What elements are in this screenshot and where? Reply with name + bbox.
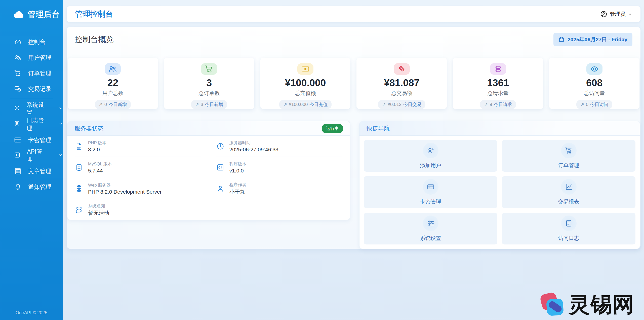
brand: 管理后台: [0, 0, 63, 20]
stat-trend-badge: ↗ 3 今日新增: [191, 100, 227, 109]
stat-trend-badge: ↗ ¥100.000 今日充值: [279, 100, 332, 109]
users-icon: [14, 54, 22, 61]
server-row-mysql: MySQL 版本 5.7.44: [75, 157, 201, 178]
sidebar-item-articles[interactable]: 文章管理: [0, 163, 63, 179]
quick-nav-orders[interactable]: 订单管理: [502, 140, 635, 172]
graph-up-icon: [561, 179, 577, 195]
logs-journal-icon: [14, 121, 20, 128]
chevron-down-icon: [59, 106, 63, 112]
transactions-icon: [14, 85, 22, 93]
date-badge: 2025年06月27日 - Friday: [553, 33, 632, 46]
quick-nav-header: 快捷导航: [359, 121, 640, 136]
user-name: 管理员: [610, 11, 626, 18]
overview-title: 控制台概览: [75, 34, 114, 45]
sidebar-item-card-keys[interactable]: 卡密管理: [0, 132, 63, 148]
chevron-down-icon: [59, 122, 63, 127]
server-row-author: 程序作者 小于丸: [216, 178, 343, 199]
stat-trend-badge: ↗ 9 今日请求: [480, 100, 516, 109]
quick-nav-add-user[interactable]: 添加用户: [364, 140, 497, 172]
status-badge: 运行中: [322, 124, 343, 133]
stat-trend-badge: ↗ ¥0.012 今日交易: [378, 100, 425, 109]
quick-nav-settings[interactable]: 系统设置: [364, 213, 497, 244]
panels-row: 服务器状态 运行中 PHP PHP 版本 8.2.0: [67, 121, 640, 249]
sidebar: 管理后台 控制台 用户管理 订单管理 交易记录: [0, 0, 63, 320]
stat-card-visits: 608 总访问量 ↗ 0 今日访问: [549, 58, 639, 109]
sidebar-item-logs[interactable]: 日志管理: [0, 117, 63, 132]
journal-text-icon: [561, 216, 577, 231]
stat-value: 3: [206, 78, 212, 88]
eye-icon: [586, 63, 602, 75]
dashboard-content: 控制台概览 2025年06月27日 - Friday 22 用户总数 ↗ 0 今…: [67, 27, 640, 249]
stat-card-users: 22 用户总数 ↗ 0 今日新增: [68, 58, 158, 109]
stat-value: 1361: [487, 78, 509, 88]
sidebar-item-settings[interactable]: 系统设置: [0, 101, 63, 117]
quick-nav-title: 快捷导航: [367, 125, 390, 132]
coins-icon: ¢$: [394, 63, 410, 75]
stat-value: ¥100.000: [285, 78, 326, 88]
cart-icon: [201, 63, 217, 75]
articles-icon: [14, 167, 22, 175]
stat-label: 总订单数: [198, 90, 220, 97]
sidebar-item-transactions[interactable]: 交易记录: [0, 81, 63, 97]
quick-nav-panel: 快捷导航 添加用户 订单管理: [359, 121, 640, 249]
svg-text:PHP: PHP: [77, 147, 81, 149]
watermark: 灵锡网: [541, 292, 634, 316]
user-avatar-icon: [600, 11, 607, 18]
calendar-icon: [558, 37, 565, 43]
person-icon: [216, 185, 224, 193]
php-file-icon: PHP: [75, 142, 83, 150]
stat-label: 总访问量: [584, 90, 605, 97]
quick-nav-access-logs[interactable]: 访问日志: [502, 213, 635, 244]
orders-cart-icon: [14, 69, 22, 77]
sidebar-item-notifications[interactable]: 通知管理: [0, 179, 63, 195]
server-row-php: PHP PHP 版本 8.2.0: [75, 136, 201, 157]
overview-header: 控制台概览 2025年06月27日 - Friday: [67, 27, 640, 52]
chevron-down-icon: [58, 153, 63, 158]
api-code-icon: [14, 152, 20, 159]
server-status-header: 服务器状态 运行中: [67, 121, 350, 136]
caret-down-icon: [628, 12, 632, 16]
sidebar-item-users[interactable]: 用户管理: [0, 50, 63, 65]
sidebar-footer: OneAPI © 2025: [0, 306, 63, 320]
server-row-webserver: Web 服务器 PHP 8.2.0 Development Server: [75, 178, 201, 199]
sliders-icon: [423, 216, 438, 231]
user-menu[interactable]: 管理员: [600, 11, 632, 18]
sidebar-item-orders[interactable]: 订单管理: [0, 65, 63, 81]
sidebar-item-api[interactable]: API管理: [0, 148, 63, 163]
stat-label: 用户总数: [102, 90, 123, 97]
stat-value: 608: [586, 78, 602, 88]
server-status-body: PHP PHP 版本 8.2.0 MySQL 版本 5.7: [67, 136, 350, 220]
server-db-icon: [75, 185, 83, 193]
clock-icon: [216, 142, 224, 150]
quick-nav-reports[interactable]: 交易报表: [502, 176, 635, 208]
server-status-title: 服务器状态: [74, 125, 103, 132]
sidebar-menu: 控制台 用户管理 订单管理 交易记录 系统设置: [0, 34, 63, 195]
stat-label: 总请求量: [488, 90, 509, 97]
sidebar-item-dashboard[interactable]: 控制台: [0, 34, 63, 50]
card-keys-icon: [14, 136, 22, 144]
stat-card-recharge: ¥100.000 总充值额 ↗ ¥100.000 今日充值: [260, 58, 351, 109]
notifications-bell-icon: [14, 183, 22, 191]
svg-text:$: $: [402, 68, 404, 71]
watermark-text: 灵锡网: [569, 294, 634, 315]
server-row-time: 服务器时间 2025-06-27 09:46:33: [216, 136, 343, 157]
sidebar-footer-text: OneAPI © 2025: [16, 310, 47, 315]
stat-card-transactions: ¢$ ¥81.087 总交易额 ↗ ¥0.012 今日交易: [356, 58, 447, 109]
credit-card-icon: [423, 179, 438, 195]
topbar: 管理控制台 管理员: [67, 6, 640, 22]
server-row-version: 程序版本 v1.0.0: [216, 157, 343, 178]
stat-trend-badge: ↗ 0 今日访问: [576, 100, 612, 109]
stat-label: 总交易额: [391, 90, 412, 97]
dashboard-icon: [14, 38, 22, 46]
chat-dots-icon: [75, 206, 83, 214]
server-row-notice: 系统通知 暂无活动: [75, 199, 201, 220]
person-plus-icon: [423, 143, 438, 158]
brand-name: 管理后台: [28, 9, 60, 20]
watermark-logo-icon: [541, 292, 565, 316]
server-stack-icon: [490, 63, 506, 75]
settings-gear-icon: [14, 105, 20, 113]
sidebar-divider: [10, 99, 53, 99]
stat-card-requests: 1361 总请求量 ↗ 9 今日请求: [453, 58, 543, 109]
page-title: 管理控制台: [75, 9, 113, 19]
quick-nav-card-keys[interactable]: 卡密管理: [364, 176, 497, 208]
